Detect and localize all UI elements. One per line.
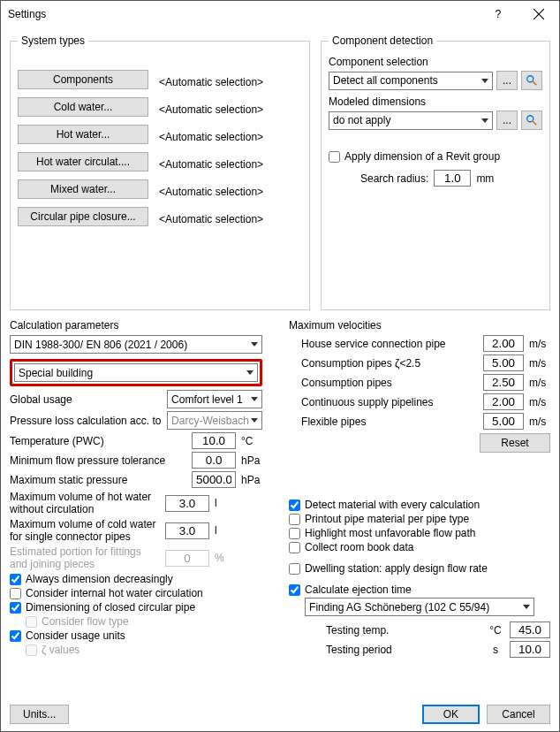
reset-button[interactable]: Reset <box>480 433 550 453</box>
svg-point-5 <box>527 116 534 122</box>
dwelling-station-label: Dwelling station: apply design flow rate <box>305 562 488 575</box>
chevron-down-icon <box>481 79 488 83</box>
search-radius-unit: mm <box>476 172 494 185</box>
cold-water-value: <Automatic selection> <box>159 103 263 116</box>
always-decreasing-checkbox[interactable]: Always dimension decreasingly <box>10 573 262 585</box>
testing-temp-unit: °C <box>487 624 504 637</box>
estimated-portion-unit: % <box>215 552 236 564</box>
search-radius-input[interactable] <box>434 170 471 187</box>
circular-pipe-closure-button[interactable]: Circular pipe closure... <box>18 207 148 226</box>
cpc-value: <Automatic selection> <box>159 213 263 225</box>
modeled-dimensions-search-button[interactable] <box>521 111 542 130</box>
max-cold-label: Maximum volume of cold water for single … <box>10 518 160 543</box>
printout-material-checkbox[interactable]: Printout pipe material per pipe type <box>289 513 550 525</box>
component-selection-dropdown[interactable]: Detect all components <box>329 72 493 90</box>
consumption-zeta-label: Consumption pipes ζ<2.5 <box>301 357 478 370</box>
chevron-down-icon <box>481 118 488 123</box>
dim-closed-checkbox[interactable]: Dimensioning of closed circular pipe <box>10 601 262 614</box>
max-velocities-title: Maximum velocities <box>289 319 550 332</box>
components-value: <Automatic selection> <box>159 76 263 88</box>
max-hot-unit: l <box>215 497 236 509</box>
mixed-water-button[interactable]: Mixed water... <box>18 179 148 199</box>
continuous-supply-input[interactable] <box>483 393 524 410</box>
building-type-dropdown[interactable]: Special building <box>14 363 258 382</box>
testing-period-input[interactable] <box>510 641 550 658</box>
modeled-dimensions-more-button[interactable]: ... <box>496 111 518 130</box>
detect-material-label: Detect material with every calculation <box>305 499 480 511</box>
search-radius-label: Search radius: <box>360 172 428 185</box>
estimated-portion-input <box>165 550 209 567</box>
min-flow-unit: hPa <box>241 454 262 467</box>
ellipsis-icon: ... <box>503 114 511 126</box>
units-button[interactable]: Units... <box>10 705 69 724</box>
testing-temp-input[interactable] <box>510 621 550 638</box>
detect-material-checkbox[interactable]: Detect material with every calculation <box>289 499 550 511</box>
testing-period-unit: s <box>487 644 504 656</box>
flexible-pipes-unit: m/s <box>529 416 550 428</box>
max-hot-input[interactable] <box>165 495 209 512</box>
continuous-supply-label: Continuous supply pipelines <box>301 396 478 408</box>
max-static-label: Maximum static pressure <box>10 474 186 486</box>
system-types-legend: System types <box>18 34 88 47</box>
internal-circulation-label: Consider internal hot water circulation <box>26 587 203 599</box>
internal-circulation-checkbox[interactable]: Consider internal hot water circulation <box>10 587 262 599</box>
house-service-input[interactable] <box>483 335 524 352</box>
help-button[interactable]: ? <box>478 1 518 27</box>
component-selection-more-button[interactable]: ... <box>496 71 518 90</box>
hot-water-circulation-button[interactable]: Hot water circulat.... <box>18 152 148 172</box>
global-usage-dropdown[interactable]: Comfort level 1 <box>167 390 262 408</box>
standard-dropdown[interactable]: DIN 1988-300/ EN 806 (2021 / 2006) <box>10 335 262 354</box>
hot-water-button[interactable]: Hot water... <box>18 125 148 144</box>
dwelling-station-checkbox[interactable]: Dwelling station: apply design flow rate <box>289 562 550 575</box>
modeled-dimensions-dropdown[interactable]: do not apply <box>329 111 493 130</box>
house-service-unit: m/s <box>529 338 550 350</box>
window-title: Settings <box>8 8 478 20</box>
usage-units-checkbox[interactable]: Consider usage units <box>10 629 262 642</box>
ok-button[interactable]: OK <box>422 705 480 724</box>
max-cold-input[interactable] <box>165 522 209 539</box>
chevron-down-icon <box>246 370 254 375</box>
min-flow-input[interactable] <box>192 452 236 469</box>
house-service-label: House service connection pipe <box>301 338 478 350</box>
components-button[interactable]: Components <box>18 70 148 89</box>
ejection-ruling-dropdown[interactable]: Finding AG Schöneberg (102 C 55/94) <box>305 598 534 616</box>
max-static-input[interactable] <box>192 471 236 488</box>
highlight-flowpath-label: Highlight most unfavorable flow path <box>305 527 475 539</box>
building-type-value: Special building <box>19 367 93 379</box>
chevron-down-icon <box>251 342 258 347</box>
component-selection-value: Detect all components <box>333 74 438 87</box>
ejection-time-checkbox[interactable]: Calculate ejection time <box>289 583 550 596</box>
temperature-unit: °C <box>241 435 262 447</box>
search-icon <box>526 74 538 87</box>
max-hot-label: Maximum volume of hot water without circ… <box>10 491 160 515</box>
consumption-input[interactable] <box>483 374 524 391</box>
help-icon: ? <box>492 8 504 20</box>
consumption-zeta-input[interactable] <box>483 355 524 371</box>
ejection-time-label: Calculate ejection time <box>305 583 412 596</box>
consumption-zeta-unit: m/s <box>529 357 550 370</box>
close-button[interactable] <box>518 1 559 27</box>
svg-point-3 <box>527 76 534 82</box>
apply-revit-group-checkbox[interactable]: Apply dimension of a Revit group <box>329 150 542 163</box>
building-type-highlight: Special building <box>10 359 262 386</box>
cold-water-button[interactable]: Cold water... <box>18 97 148 117</box>
temperature-input[interactable] <box>192 432 236 449</box>
component-selection-search-button[interactable] <box>521 71 542 90</box>
pressure-loss-label: Pressure loss calculation acc. to <box>10 415 162 427</box>
pressure-loss-dropdown: Darcy-Weisbach <box>167 411 262 430</box>
flexible-pipes-input[interactable] <box>483 413 524 430</box>
collect-roombook-checkbox[interactable]: Collect room book data <box>289 541 550 553</box>
highlight-flowpath-checkbox[interactable]: Highlight most unfavorable flow path <box>289 527 550 539</box>
testing-temp-label: Testing temp. <box>326 624 481 637</box>
component-detection-group: Component detection Component selection … <box>321 34 550 310</box>
mixed-value: <Automatic selection> <box>159 186 263 198</box>
svg-line-4 <box>533 81 536 85</box>
component-selection-label: Component selection <box>329 56 542 68</box>
printout-material-label: Printout pipe material per pipe type <box>305 513 469 525</box>
max-static-unit: hPa <box>241 474 262 486</box>
zeta-values-label: ζ values <box>42 644 79 656</box>
chevron-down-icon <box>251 418 258 423</box>
hwc-value: <Automatic selection> <box>159 158 263 171</box>
svg-line-6 <box>533 121 536 125</box>
cancel-button[interactable]: Cancel <box>487 705 550 724</box>
